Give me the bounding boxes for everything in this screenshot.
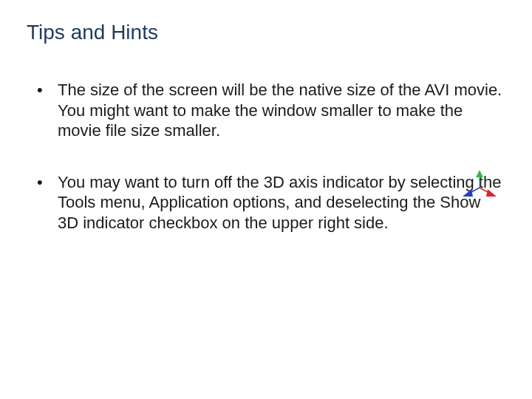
slide-title: Tips and Hints <box>27 21 505 44</box>
3d-axis-indicator-icon <box>460 168 499 201</box>
svg-marker-5 <box>463 189 473 197</box>
bullet-list: The size of the screen will be the nativ… <box>27 80 505 233</box>
bullet-item: You may want to turn off the 3D axis ind… <box>37 172 505 233</box>
svg-marker-3 <box>486 189 497 197</box>
svg-marker-1 <box>476 170 483 177</box>
bullet-item: The size of the screen will be the nativ… <box>37 80 505 141</box>
